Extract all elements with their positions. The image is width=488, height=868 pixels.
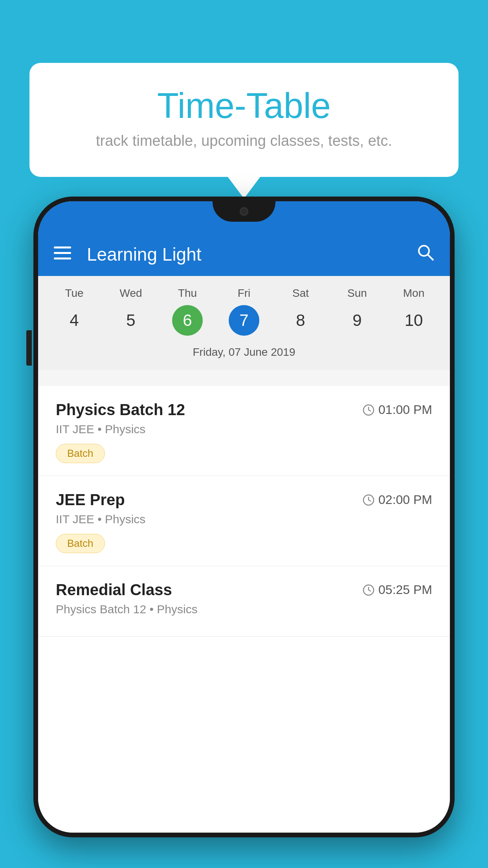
day-number: 9 [342,305,372,336]
day-name: Fri [238,287,251,300]
schedule-item-time: 05:25 PM [363,583,432,597]
day-name: Mon [403,287,424,300]
svg-rect-10 [54,257,71,259]
day-number: 8 [285,305,316,336]
schedule-item-header: JEE Prep02:00 PM [56,491,432,509]
svg-point-11 [419,246,429,256]
calendar-strip: Tue4Wed5Thu6Fri7Sat8Sun9Mon10 Friday, 07… [38,276,450,370]
selected-date-label: Friday, 07 June 2019 [38,341,450,366]
phone-screen: 14:29 [38,201,450,833]
schedule-item-title: Physics Batch 12 [56,401,185,419]
search-icon[interactable] [417,244,434,265]
bubble-title: Time-Table [61,86,427,125]
day-name: Sat [292,287,309,300]
batch-tag: Batch [56,444,105,463]
svg-line-21 [369,590,371,591]
day-number: 6 [172,305,203,336]
app-title: Learning Light [87,244,417,265]
schedule-item-subtitle: Physics Batch 12 • Physics [56,603,432,616]
bubble-subtitle: track timetable, upcoming classes, tests… [61,132,427,149]
svg-rect-8 [54,246,71,248]
batch-tag: Batch [56,534,105,553]
schedule-item[interactable]: Physics Batch 1201:00 PMIIT JEE • Physic… [38,386,450,476]
svg-line-18 [369,500,371,501]
day-name: Tue [65,287,83,300]
day-cell-thu[interactable]: Thu6 [164,287,211,336]
speech-bubble: Time-Table track timetable, upcoming cla… [29,63,459,177]
svg-rect-9 [54,252,71,254]
day-name: Wed [119,287,142,300]
notch [213,201,275,222]
clock-icon [363,494,374,506]
app-bar: Learning Light [38,233,450,276]
phone-frame: 14:29 [33,197,455,837]
day-cell-sun[interactable]: Sun9 [334,287,381,336]
day-number: 4 [59,305,90,336]
schedule-item[interactable]: Remedial Class05:25 PMPhysics Batch 12 •… [38,566,450,637]
camera-dot [240,207,248,216]
day-cell-sat[interactable]: Sat8 [277,287,324,336]
day-cell-wed[interactable]: Wed5 [107,287,154,336]
day-cell-fri[interactable]: Fri7 [220,287,268,336]
day-number: 7 [229,305,259,336]
svg-line-12 [428,255,433,260]
schedule-item-time: 02:00 PM [363,493,432,507]
clock-icon [363,404,374,416]
day-number: 5 [116,305,146,336]
schedule-item-time: 01:00 PM [363,403,432,417]
day-name: Thu [178,287,197,300]
clock-icon [363,584,374,596]
schedule-item-subtitle: IIT JEE • Physics [56,423,432,436]
day-cell-tue[interactable]: Tue4 [51,287,98,336]
svg-line-15 [369,410,371,411]
schedule-item[interactable]: JEE Prep02:00 PMIIT JEE • PhysicsBatch [38,476,450,566]
schedule-item-title: Remedial Class [56,581,172,599]
day-number: 10 [398,305,429,336]
schedule-item-title: JEE Prep [56,491,125,509]
schedule-item-subtitle: IIT JEE • Physics [56,513,432,526]
schedule-list: Physics Batch 1201:00 PMIIT JEE • Physic… [38,386,450,833]
schedule-item-header: Physics Batch 1201:00 PM [56,401,432,419]
notch-area [38,201,450,233]
day-name: Sun [347,287,367,300]
hamburger-icon[interactable] [54,246,71,263]
phone-container: 14:29 [33,197,455,868]
day-cell-mon[interactable]: Mon10 [390,287,437,336]
days-row: Tue4Wed5Thu6Fri7Sat8Sun9Mon10 [38,287,450,336]
schedule-item-header: Remedial Class05:25 PM [56,581,432,599]
